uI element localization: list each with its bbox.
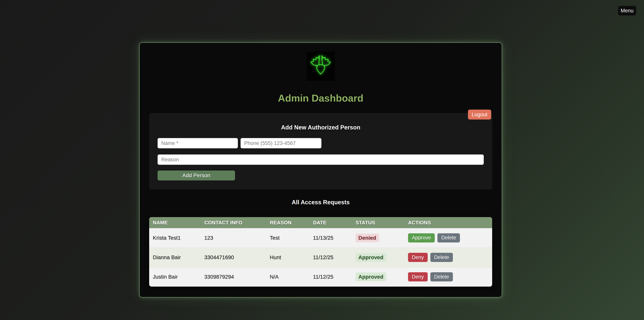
add-person-button[interactable]: Add Person bbox=[158, 170, 235, 180]
status-badge: Denied bbox=[356, 233, 379, 242]
column-header-date: DATE bbox=[310, 217, 352, 228]
column-header-name: NAME bbox=[149, 217, 201, 228]
cell-reason: N/A bbox=[266, 267, 310, 286]
cell-status: Approved bbox=[352, 248, 404, 267]
requests-body: Krista Test1123Test11/13/25DeniedApprove… bbox=[149, 228, 492, 286]
table-row: Krista Test1123Test11/13/25DeniedApprove… bbox=[149, 228, 492, 248]
reason-input[interactable] bbox=[158, 154, 484, 165]
form-inputs-row bbox=[158, 138, 484, 148]
table-row: Dianna Bair3304471690Hunt11/12/25Approve… bbox=[149, 248, 492, 267]
column-header-contact-info: CONTACT INFO bbox=[201, 217, 266, 228]
cell-contact-info: 3304471690 bbox=[201, 248, 266, 267]
cell-name: Justin Bair bbox=[149, 267, 201, 286]
delete-button[interactable]: Delete bbox=[430, 272, 453, 281]
cell-date: 11/12/25 bbox=[310, 267, 352, 286]
cell-actions: ApproveDelete bbox=[404, 228, 492, 248]
requests-table: NAMECONTACT INFOREASONDATESTATUSACTIONS … bbox=[149, 217, 492, 286]
delete-button[interactable]: Delete bbox=[430, 253, 453, 262]
deer-logo bbox=[306, 52, 335, 81]
cell-contact-info: 123 bbox=[201, 228, 266, 248]
name-input[interactable] bbox=[158, 138, 238, 148]
cell-status: Denied bbox=[352, 228, 404, 248]
delete-button[interactable]: Delete bbox=[438, 233, 460, 242]
deer-icon bbox=[309, 54, 332, 78]
deny-button[interactable]: Deny bbox=[408, 272, 428, 281]
form-heading: Add New Authorized Person bbox=[158, 125, 484, 130]
requests-heading: All Access Requests bbox=[140, 199, 502, 205]
cell-reason: Test bbox=[266, 228, 310, 248]
menu-button[interactable]: Menu bbox=[618, 6, 636, 16]
approve-button[interactable]: Approve bbox=[408, 233, 435, 242]
column-header-reason: REASON bbox=[266, 217, 310, 228]
requests-header-row: NAMECONTACT INFOREASONDATESTATUSACTIONS bbox=[149, 217, 492, 228]
cell-status: Approved bbox=[352, 267, 404, 286]
cell-contact-info: 3309879294 bbox=[201, 267, 266, 286]
cell-name: Dianna Bair bbox=[149, 248, 201, 267]
status-badge: Approved bbox=[356, 253, 386, 262]
dashboard-card: Admin Dashboard Logout Add New Authorize… bbox=[139, 42, 502, 297]
cell-date: 11/12/25 bbox=[310, 248, 352, 267]
page-title: Admin Dashboard bbox=[140, 93, 502, 103]
deny-button[interactable]: Deny bbox=[408, 253, 428, 262]
logout-button[interactable]: Logout bbox=[468, 110, 491, 120]
cell-reason: Hunt bbox=[266, 248, 310, 267]
cell-actions: DenyDelete bbox=[404, 248, 492, 267]
phone-input[interactable] bbox=[240, 138, 322, 148]
column-header-actions: ACTIONS bbox=[404, 217, 492, 228]
cell-actions: DenyDelete bbox=[404, 267, 492, 286]
column-header-status: STATUS bbox=[352, 217, 404, 228]
add-person-panel: Logout Add New Authorized Person Add Per… bbox=[149, 113, 492, 189]
table-row: Justin Bair3309879294N/A11/12/25Approved… bbox=[149, 267, 492, 286]
status-badge: Approved bbox=[356, 272, 386, 281]
cell-date: 11/13/25 bbox=[310, 228, 352, 248]
cell-name: Krista Test1 bbox=[149, 228, 201, 248]
